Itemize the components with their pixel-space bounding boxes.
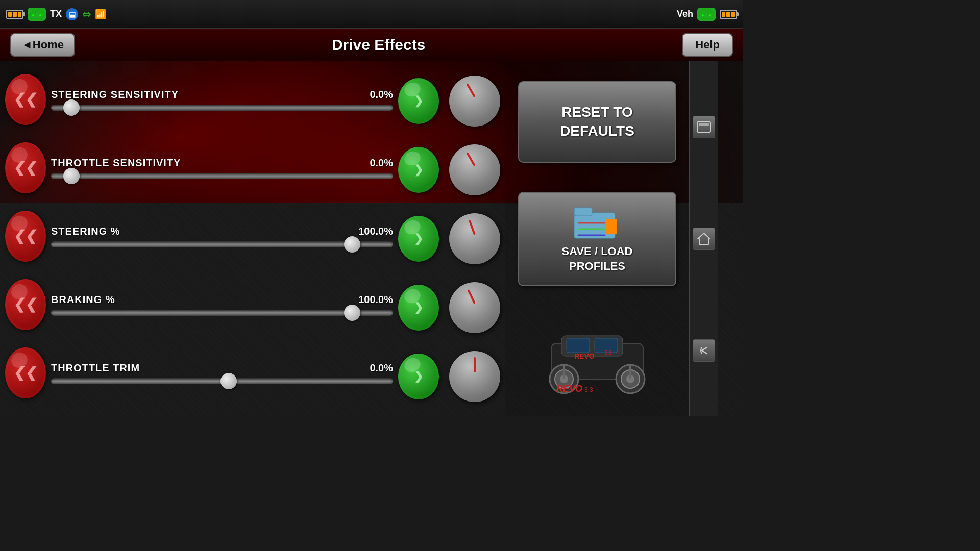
braking-pct-dial[interactable] xyxy=(449,282,500,333)
throttle-trim-inc-button[interactable]: ❯ xyxy=(398,354,439,399)
chevron-right-icon-1: ❯ xyxy=(414,94,423,108)
throttle-trim-dial[interactable] xyxy=(449,351,500,402)
throttle-trim-slider-container: THROTTLE TRIM 0.0% xyxy=(51,362,393,384)
battery-left-icon xyxy=(6,10,23,19)
throttle-sensitivity-thumb[interactable] xyxy=(63,168,80,184)
throttle-trim-track[interactable] xyxy=(51,378,393,384)
back-icon xyxy=(697,343,711,358)
throttle-sensitivity-track[interactable] xyxy=(51,173,393,179)
home-button[interactable]: ◄Home xyxy=(10,33,75,57)
revo-truck-svg: REVO 3.3 REVO 3.3 xyxy=(526,318,669,394)
chevron-left-icon-2 xyxy=(14,161,37,175)
svg-text:3.3: 3.3 xyxy=(605,350,612,356)
folder-icon xyxy=(574,204,620,239)
steering-sensitivity-row: STEERING SENSITIVITY 0.0% xyxy=(5,66,393,133)
steering-pct-dec-button[interactable] xyxy=(5,211,46,262)
steering-pct-label-row: STEERING % 100.0% xyxy=(51,226,393,237)
steering-sensitivity-slider-container: STEERING SENSITIVITY 0.0% xyxy=(51,89,393,111)
reset-to-defaults-label: RESET TODEFAULTS xyxy=(560,103,634,140)
chevron-left-icon-5 xyxy=(14,366,37,380)
svg-rect-6 xyxy=(702,10,705,13)
chevron-right-icon-3: ❯ xyxy=(414,232,423,245)
svg-rect-18 xyxy=(567,338,590,353)
steering-pct-row: STEERING % 100.0% xyxy=(5,203,393,269)
nav-bar: ◄Home Drive Effects Help xyxy=(0,29,743,61)
help-button[interactable]: Help xyxy=(682,33,733,57)
braking-pct-track[interactable] xyxy=(51,310,393,316)
green-buttons-panel: ❯ ❯ ❯ ❯ ❯ xyxy=(393,61,444,416)
reset-to-defaults-button[interactable]: RESET TODEFAULTS xyxy=(518,81,676,163)
svg-point-4 xyxy=(39,14,41,16)
svg-rect-1 xyxy=(32,10,36,13)
steering-pct-value: 100.0% xyxy=(358,226,393,237)
steering-sensitivity-label: STEERING SENSITIVITY xyxy=(51,89,179,101)
top-status-bar: TX ⬓ ⇔ 📶 Veh xyxy=(0,0,743,29)
throttle-sensitivity-inc-button[interactable]: ❯ xyxy=(398,147,439,193)
top-bar-right: Veh xyxy=(677,8,737,21)
steering-sensitivity-track[interactable] xyxy=(51,105,393,111)
braking-pct-inc-button[interactable]: ❯ xyxy=(398,285,439,331)
steering-sensitivity-dec-button[interactable] xyxy=(5,74,46,125)
chevron-left-icon xyxy=(14,92,37,107)
side-icon-button-3[interactable] xyxy=(693,339,715,362)
steering-sensitivity-dial[interactable] xyxy=(449,76,500,127)
braking-pct-thumb[interactable] xyxy=(344,305,360,321)
braking-pct-row: BRAKING % 100.0% xyxy=(5,271,393,338)
svg-point-8 xyxy=(702,14,704,16)
chevron-right-icon-4: ❯ xyxy=(414,301,423,314)
sliders-panel: STEERING SENSITIVITY 0.0% THROTTLE SENSI… xyxy=(0,61,393,416)
svg-rect-2 xyxy=(38,10,41,13)
throttle-sensitivity-label: THROTTLE SENSITIVITY xyxy=(51,157,181,169)
bluetooth-symbol: ⬓ xyxy=(69,10,76,18)
steering-pct-track[interactable] xyxy=(51,241,393,247)
svg-rect-33 xyxy=(699,123,709,126)
svg-rect-15 xyxy=(606,219,617,234)
save-load-profiles-button[interactable]: SAVE / LOADPROFILES xyxy=(518,192,676,286)
throttle-sensitivity-row: THROTTLE SENSITIVITY 0.0% xyxy=(5,135,393,201)
svg-text:REVO: REVO xyxy=(574,352,595,360)
veh-label: Veh xyxy=(677,9,693,19)
controller-icon xyxy=(28,8,46,21)
steering-sensitivity-inc-button[interactable]: ❯ xyxy=(398,78,439,124)
throttle-trim-row: THROTTLE TRIM 0.0% xyxy=(5,340,393,406)
svg-rect-11 xyxy=(574,208,592,216)
braking-pct-label: BRAKING % xyxy=(51,294,115,306)
braking-pct-label-row: BRAKING % 100.0% xyxy=(51,294,393,306)
throttle-trim-thumb[interactable] xyxy=(220,373,237,389)
steering-pct-inc-button[interactable]: ❯ xyxy=(398,216,439,262)
throttle-trim-label-row: THROTTLE TRIM 0.0% xyxy=(51,362,393,374)
steering-pct-thumb[interactable] xyxy=(344,236,360,253)
signal-icon: 📶 xyxy=(95,9,106,20)
side-icon-button-1[interactable] xyxy=(693,116,715,138)
bluetooth-icon: ⬓ xyxy=(66,8,78,20)
side-icon-button-2[interactable] xyxy=(693,228,715,250)
throttle-sensitivity-value: 0.0% xyxy=(370,157,393,169)
main-content: STEERING SENSITIVITY 0.0% THROTTLE SENSI… xyxy=(0,61,743,416)
throttle-trim-label: THROTTLE TRIM xyxy=(51,362,140,374)
svg-marker-34 xyxy=(698,233,710,244)
right-panel: RESET TODEFAULTS SAVE / LOADP xyxy=(505,61,689,416)
arrows-icon: ⇔ xyxy=(82,8,91,20)
braking-pct-value: 100.0% xyxy=(358,294,393,306)
throttle-sensitivity-dec-button[interactable] xyxy=(5,142,46,193)
svg-rect-7 xyxy=(707,10,711,13)
controller-right-icon xyxy=(697,8,716,21)
svg-text:3.3: 3.3 xyxy=(584,386,593,393)
far-right-panel xyxy=(689,61,718,416)
braking-pct-dec-button[interactable] xyxy=(5,279,46,330)
steering-sensitivity-value: 0.0% xyxy=(370,89,393,101)
steering-sensitivity-label-row: STEERING SENSITIVITY 0.0% xyxy=(51,89,393,101)
braking-pct-slider-container: BRAKING % 100.0% xyxy=(51,294,393,316)
battery-right-icon xyxy=(720,10,737,19)
chevron-left-icon-3 xyxy=(14,229,37,243)
home-icon xyxy=(697,232,711,246)
throttle-trim-dec-button[interactable] xyxy=(5,347,46,398)
steering-pct-label: STEERING % xyxy=(51,226,120,237)
throttle-sensitivity-dial[interactable] xyxy=(449,144,500,195)
revo-truck-area: REVO 3.3 REVO 3.3 xyxy=(518,315,676,397)
window-icon xyxy=(697,121,711,133)
svg-point-9 xyxy=(709,14,711,16)
steering-pct-dial[interactable] xyxy=(449,213,500,264)
throttle-sensitivity-label-row: THROTTLE SENSITIVITY 0.0% xyxy=(51,157,393,169)
steering-sensitivity-thumb[interactable] xyxy=(63,99,80,116)
